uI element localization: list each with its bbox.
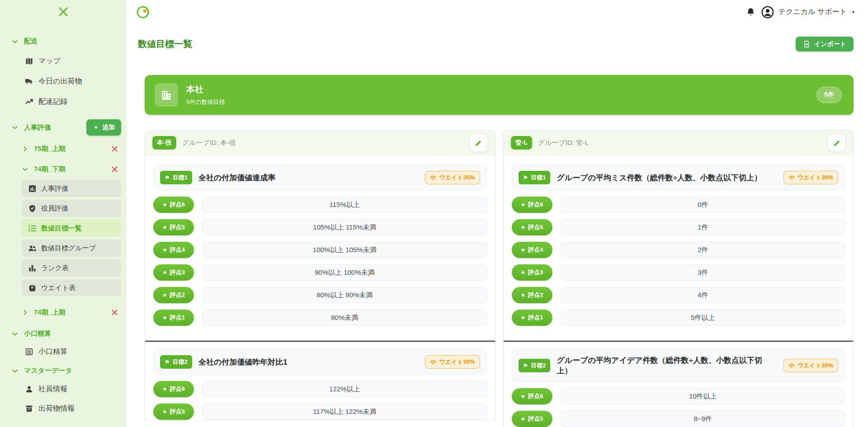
building-icon	[160, 89, 173, 101]
group-badge: 本-役	[152, 136, 176, 150]
star-icon: ★	[521, 314, 526, 321]
sidebar-item-petty-cash[interactable]: 小口精算	[0, 347, 127, 357]
sidebar-item-officer-evaluation[interactable]: 役員評価	[22, 200, 121, 217]
sidebar-item-label: ウエイト表	[41, 284, 75, 292]
sidebar-item-shipment-info[interactable]: 出荷物情報	[0, 404, 127, 413]
sidebar-item-label: 小口精算	[38, 347, 67, 357]
truck-icon	[25, 77, 33, 86]
rating-value: 80%未満	[203, 310, 487, 326]
delete-icon[interactable]	[111, 145, 118, 153]
group-card-header: 管-L グループID: 管-L	[504, 131, 854, 155]
rating-row: ★評点51件	[512, 219, 845, 235]
star-icon: ★	[521, 416, 526, 422]
rating-label: 評点4	[170, 246, 185, 254]
sidebar-close-button[interactable]	[57, 5, 70, 18]
user-name: テクニカル サポート	[778, 7, 847, 17]
rating-label: 評点1	[528, 314, 543, 322]
sidebar-item-employee-info[interactable]: 社員情報	[0, 385, 127, 394]
edit-group-button[interactable]	[828, 134, 846, 152]
rating-row: ★評点4100%以上 105%未満	[153, 242, 487, 258]
chevron-down-icon	[11, 330, 19, 338]
rating-label: 評点5	[170, 408, 185, 416]
group-card-hon-yaku: 本-役 グループID: 本-役 ⚑目標1 全社の付加価値達成率 ウエイト35% …	[145, 130, 495, 420]
rating-label: 評点2	[170, 291, 185, 299]
sidebar-item-weight-table[interactable]: ウエイト表	[22, 279, 121, 296]
rating-badge: ★評点4	[153, 242, 194, 258]
rating-value: 10件以上	[561, 388, 845, 404]
sidebar-period-74-second-half[interactable]: 74期_下期	[0, 165, 127, 174]
rating-label: 評点3	[528, 268, 543, 277]
chevron-down-icon: ▼	[851, 10, 855, 14]
import-button-label: インポート	[814, 40, 846, 48]
rating-label: 評点5	[528, 223, 543, 231]
sidebar-item-label: 配達記録	[38, 97, 67, 107]
sidebar-item-numeric-targets[interactable]: 123 数値目標一覧	[22, 220, 121, 237]
rating-label: 評点4	[528, 246, 543, 254]
group-columns: 本-役 グループID: 本-役 ⚑目標1 全社の付加価値達成率 ウエイト35% …	[145, 130, 854, 427]
rating-badge: ★評点1	[512, 310, 552, 326]
delete-icon[interactable]	[111, 165, 118, 173]
add-period-button[interactable]: ＋ 追加	[86, 119, 121, 136]
bell-icon	[746, 7, 755, 17]
goal-header: ⚑目標1 グループの平均ミス件数（総件数÷人数、小数点以下切上） ウエイト30%	[512, 165, 845, 190]
rating-label: 評点3	[170, 268, 185, 277]
rating-value: 90%以上 100%未満	[203, 264, 487, 281]
goal-title: 全社の付加価値達成率	[198, 173, 275, 183]
app-logo	[136, 5, 150, 19]
sidebar-section-delivery[interactable]: 配送	[0, 37, 127, 46]
notifications-button[interactable]	[746, 7, 755, 17]
avatar-icon	[761, 6, 774, 19]
star-icon: ★	[162, 292, 167, 298]
sidebar-section-petty-cash[interactable]: 小口精算	[0, 329, 127, 338]
sidebar-item-target-groups[interactable]: 数値目標グループ	[22, 239, 121, 257]
rating-value: 3件	[561, 264, 845, 281]
sidebar-item-label: 社員情報	[38, 385, 67, 394]
chevron-right-icon	[22, 309, 28, 316]
users-icon	[28, 244, 37, 253]
rating-row: ★評点58~9件	[512, 411, 845, 427]
sidebar-item-hr-evaluation[interactable]: 人事評価	[22, 180, 121, 197]
sidebar-item-label: 役員評価	[41, 204, 68, 213]
sidebar-item-label: 数値目標グループ	[41, 244, 96, 253]
sidebar-period-75-first-half[interactable]: 75期_上期	[0, 145, 127, 153]
group-card-kan-l: 管-L グループID: 管-L ⚑目標1 グループの平均ミス件数（総件数÷人数、…	[503, 130, 854, 427]
user-menu[interactable]: テクニカル サポート ▼	[761, 6, 855, 19]
rating-value: 105%以上 115%未満	[203, 219, 487, 235]
rating-badge: ★評点6	[512, 197, 552, 213]
sidebar-item-label: ランク表	[41, 264, 69, 272]
group-id-label: グループID: 管-L	[538, 139, 589, 147]
sidebar-period-74-first-half[interactable]: 74期_上期	[0, 308, 127, 317]
sidebar-item-label: 人事評価	[41, 184, 68, 193]
rating-badge: ★評点2	[153, 287, 194, 303]
rating-label: 評点6	[528, 392, 543, 400]
flag-icon: ⚑	[523, 174, 528, 181]
goal-title: グループの平均アイデア件数（総件数÷人数、小数点以下切上）	[557, 355, 777, 376]
banner-text: 本社 5件の数値目標	[186, 84, 225, 106]
goal-title: グループの平均ミス件数（総件数÷人数、小数点以下切上）	[557, 173, 762, 183]
page-title: 数値目標一覧	[138, 38, 192, 50]
sidebar-item-today-shipments[interactable]: 今日の出荷物	[0, 77, 127, 86]
chevron-down-icon	[11, 124, 19, 131]
bar-chart-square-icon	[28, 184, 37, 193]
sidebar-item-map[interactable]: マップ	[0, 56, 127, 66]
period-label: 75期_上期	[34, 145, 66, 153]
bars-icon	[28, 264, 37, 272]
edit-group-button[interactable]	[470, 134, 488, 152]
period-label: 74期_下期	[34, 165, 66, 174]
sidebar-section-hr-evaluation[interactable]: 人事評価 ＋ 追加	[0, 119, 127, 136]
sidebar-section-master-data[interactable]: マスターデータ	[0, 366, 127, 375]
rating-value: 122%以上	[203, 381, 487, 397]
sidebar-item-rank-table[interactable]: ランク表	[22, 259, 121, 277]
rating-badge: ★評点5	[512, 219, 552, 235]
star-icon: ★	[162, 224, 167, 230]
delete-icon[interactable]	[111, 309, 118, 316]
sidebar-item-label: 今日の出荷物	[38, 77, 82, 86]
star-icon: ★	[521, 202, 526, 208]
rating-row: ★評点42件	[512, 242, 845, 258]
goal-section: ⚑目標2 全社の付加価値昨年対比1 ウエイト30% ★評点6122%以上 ★評点…	[145, 342, 495, 420]
sidebar-item-delivery-records[interactable]: 配達記録	[0, 97, 127, 107]
file-import-icon	[803, 40, 811, 48]
import-button[interactable]: インポート	[796, 37, 854, 52]
rating-row: ★評点610件以上	[512, 388, 845, 404]
rating-value: 8~9件	[561, 411, 845, 427]
